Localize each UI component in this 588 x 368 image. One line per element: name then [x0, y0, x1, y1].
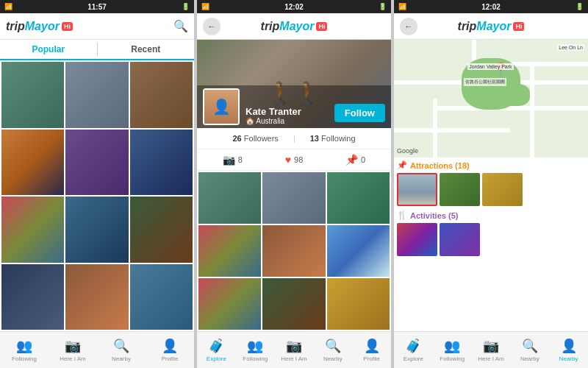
nav-profile-2[interactable]: 👤 Profile	[352, 335, 391, 365]
activities-title-text: Activities (5)	[410, 211, 458, 220]
nav-profile-1[interactable]: 👤 Profile	[146, 335, 194, 365]
camera-icon: 📷	[223, 154, 235, 166]
profile-name: Kate Tranter	[245, 106, 301, 117]
map-area[interactable]: 📍 Lee On Ln Jordan Valley Park 佐敦谷公園社區園圃…	[394, 40, 588, 158]
logo-2: trip Mayor Hi	[261, 20, 328, 33]
nav-nearby-1[interactable]: 🔍 Nearby	[97, 335, 146, 365]
pin-icon-3: 📌	[397, 160, 407, 170]
following-icon-2: 👥	[247, 338, 263, 354]
logo-hi-3: Hi	[513, 22, 524, 31]
here-i-am-label-1: Here I Am	[60, 355, 86, 362]
photo-4[interactable]	[1, 130, 64, 196]
photo-8[interactable]	[65, 197, 128, 263]
profile-photo-6[interactable]	[327, 225, 390, 277]
photo-grid-1	[0, 60, 194, 331]
profile-photo-2[interactable]	[262, 172, 325, 224]
stats-bar: 📷 8 ♥ 98 📌 0	[197, 149, 391, 171]
photo-5[interactable]	[65, 130, 128, 196]
follow-button[interactable]: Follow	[334, 104, 385, 122]
battery-icon-1: 🔋	[182, 3, 190, 10]
search-icon-1[interactable]: 🔍	[173, 19, 188, 33]
road-3	[433, 106, 588, 110]
nav-here-i-am-3[interactable]: 📷 Here I Am	[472, 335, 511, 365]
app-header-1: trip Mayor Hi 🔍	[0, 13, 194, 40]
attractions-title: 📌 Attractions (18)	[397, 160, 585, 170]
photo-6[interactable]	[130, 130, 193, 196]
activity-thumb-1[interactable]	[397, 223, 437, 256]
tab-popular[interactable]: Popular	[0, 40, 97, 60]
photo-3[interactable]	[130, 62, 193, 128]
nav-following-1[interactable]: 👥 Following	[0, 335, 49, 365]
here-i-am-label-3: Here I Am	[478, 355, 504, 362]
back-button-2[interactable]: ←	[203, 18, 220, 35]
nav-following-3[interactable]: 👥 Following	[433, 335, 472, 365]
nav-explore-2[interactable]: 🧳 Explore	[197, 335, 236, 365]
photo-10[interactable]	[1, 264, 64, 330]
nav-explore-3[interactable]: 🧳 Explore	[394, 335, 433, 365]
nav-nearby-2[interactable]: 🔍 Nearby	[313, 335, 352, 365]
status-bar-2: 📶 12:02 🔋	[197, 0, 391, 13]
following-stat[interactable]: 13 Following	[310, 134, 356, 143]
profile-photo-8[interactable]	[262, 278, 325, 330]
screens-container: 📶 11:57 🔋 trip Mayor Hi 🔍 Popular Recent	[0, 0, 588, 368]
nav-here-i-am-1[interactable]: 📷 Here I Am	[49, 335, 97, 365]
road-4	[394, 128, 510, 132]
photo-9[interactable]	[130, 197, 193, 263]
pins-count: 0	[361, 155, 365, 164]
profile-label-3: Nearby	[559, 355, 578, 362]
road-v3	[433, 99, 437, 158]
profile-photo-1[interactable]	[198, 172, 261, 224]
here-i-am-icon-1: 📷	[65, 338, 81, 354]
photo-12[interactable]	[130, 264, 193, 330]
carrier-1: 📶	[4, 3, 12, 10]
status-bar-1: 📶 11:57 🔋	[0, 0, 194, 13]
tab-recent[interactable]: Recent	[98, 40, 195, 59]
map-container: 📍 Lee On Ln Jordan Valley Park 佐敦谷公園社區園圃…	[394, 40, 588, 158]
followers-label: Followers	[244, 134, 279, 143]
photo-1[interactable]	[1, 62, 64, 128]
nav-here-i-am-2[interactable]: 📷 Here I Am	[275, 335, 314, 365]
carrier-2: 📶	[201, 3, 209, 10]
app-header-3: ← trip Mayor Hi	[394, 13, 588, 40]
profile-photo-4[interactable]	[198, 225, 261, 277]
profile-info: Kate Tranter 🏠 Australia	[245, 106, 301, 125]
nav-profile-3[interactable]: 👤 Nearby	[549, 335, 588, 365]
photo-2[interactable]	[65, 62, 128, 128]
profile-cover-photo: 🚶🚶 👤 Kate Tranter 🏠 Australia Follow	[197, 40, 391, 128]
followers-stat[interactable]: 26 Followers	[232, 134, 278, 143]
nav-following-2[interactable]: 👥 Following	[236, 335, 275, 365]
screen-1-popular: 📶 11:57 🔋 trip Mayor Hi 🔍 Popular Recent	[0, 0, 194, 368]
logo-hi-1: Hi	[62, 22, 73, 31]
nearby-label-2: Nearby	[323, 355, 343, 362]
followers-count: 26	[232, 134, 241, 143]
location-text: Australia	[256, 117, 284, 125]
attraction-thumb-1[interactable]	[397, 173, 437, 206]
profile-photo-3[interactable]	[327, 172, 390, 224]
park-label-zh: 佐敦谷公園社區園圃	[464, 78, 506, 86]
road-label-1: Lee On Ln	[557, 44, 584, 51]
here-i-am-icon-3: 📷	[483, 338, 499, 354]
bottom-nav-1: 👥 Following 📷 Here I Am 🔍 Nearby 👤 Profi…	[0, 331, 194, 368]
nearby-icon-1: 🔍	[113, 338, 129, 354]
activity-thumb-2[interactable]	[440, 223, 480, 256]
back-button-3[interactable]: ←	[400, 18, 417, 35]
profile-photo-9[interactable]	[327, 278, 390, 330]
nav-nearby-3[interactable]: 🔍 Nearby	[510, 335, 549, 365]
here-i-am-label-2: Here I Am	[281, 355, 307, 362]
photo-11[interactable]	[65, 264, 128, 330]
logo-trip-2: trip	[261, 20, 280, 33]
following-count: 13	[310, 134, 319, 143]
logo-trip-3: trip	[458, 20, 477, 33]
following-label-3: Following	[440, 355, 465, 362]
profile-photo-7[interactable]	[198, 278, 261, 330]
logo-trip-1: trip	[6, 20, 25, 33]
profile-location: 🏠 Australia	[245, 117, 301, 125]
stat-pins: 📌 0	[345, 154, 365, 166]
profile-photo-grid	[197, 171, 391, 331]
photo-7[interactable]	[1, 197, 64, 263]
profile-photo-5[interactable]	[262, 225, 325, 277]
attraction-thumb-2[interactable]	[440, 173, 480, 206]
tab-bar-1: Popular Recent	[0, 40, 194, 60]
explore-icon-2: 🧳	[208, 338, 224, 354]
attraction-thumb-3[interactable]	[482, 173, 523, 206]
